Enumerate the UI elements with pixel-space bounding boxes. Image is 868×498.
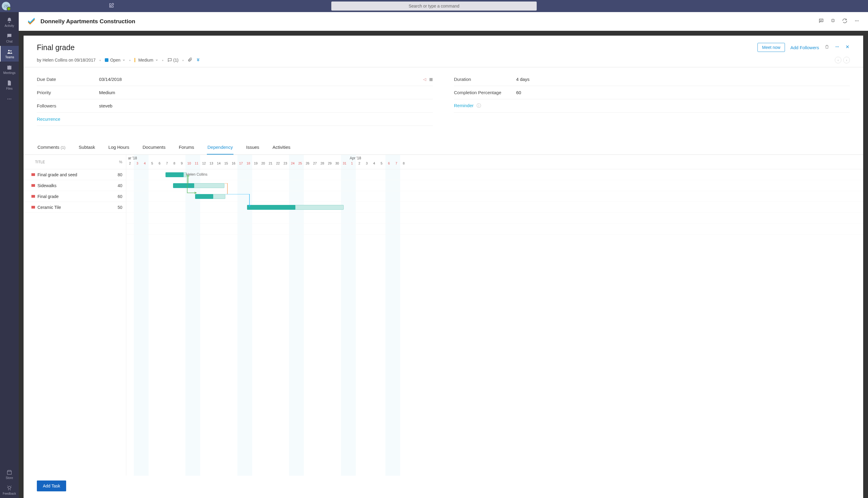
- svg-point-10: [858, 20, 859, 21]
- app-logo-icon: [27, 17, 36, 26]
- gantt-bar[interactable]: [247, 205, 295, 210]
- flag-icon: [31, 195, 35, 198]
- tab-documents[interactable]: Documents: [142, 140, 166, 155]
- more-options-icon[interactable]: [835, 44, 840, 50]
- task-tabs: Comments (1) Subtask Log Hours Documents…: [24, 140, 863, 155]
- close-icon[interactable]: [845, 44, 850, 50]
- rail-activity[interactable]: Activity: [0, 14, 19, 30]
- rail-label: Feedback: [3, 492, 16, 495]
- add-followers-link[interactable]: Add Followers: [790, 45, 819, 50]
- priority-value[interactable]: Medium: [97, 90, 433, 95]
- clear-date-icon[interactable]: ◁: [423, 77, 426, 81]
- app-header: Donnelly Apartments Construction: [19, 12, 868, 31]
- tab-issues[interactable]: Issues: [245, 140, 260, 155]
- rail-label: Teams: [5, 55, 14, 59]
- delete-icon[interactable]: [825, 44, 829, 50]
- duration-value[interactable]: 4 days: [514, 77, 850, 82]
- flag-icon: [31, 173, 35, 176]
- rail-meetings[interactable]: Meetings: [0, 62, 19, 77]
- svg-point-0: [8, 50, 10, 51]
- svg-rect-2: [7, 65, 11, 69]
- rail-label: Chat: [6, 40, 12, 43]
- priority-bar-icon: [135, 58, 135, 62]
- compose-icon[interactable]: [109, 3, 114, 9]
- user-avatar[interactable]: ZP: [2, 2, 10, 10]
- rail-label: Activity: [4, 24, 14, 27]
- svg-point-11: [836, 47, 836, 47]
- tab-forums[interactable]: Forums: [178, 140, 195, 155]
- due-date-value[interactable]: 03/14/2018: [97, 77, 423, 82]
- more-icon[interactable]: [854, 18, 859, 25]
- month-label: Apr '18: [350, 156, 361, 160]
- add-task-button[interactable]: Add Task: [37, 481, 66, 492]
- gantt-percent-header: %: [108, 160, 126, 164]
- rail-teams[interactable]: Teams: [0, 46, 19, 62]
- rail-chat[interactable]: Chat: [0, 30, 19, 46]
- priority-label: Priority: [37, 90, 97, 95]
- tab-dependency[interactable]: Dependency: [207, 140, 233, 155]
- recurrence-link[interactable]: Recurrence: [37, 117, 97, 122]
- refresh-icon[interactable]: [842, 18, 847, 25]
- gantt-bar[interactable]: Helen Collins: [166, 172, 183, 177]
- attachment-icon[interactable]: [188, 57, 192, 63]
- due-date-label: Due Date: [37, 77, 97, 82]
- status-color-icon: [105, 58, 108, 62]
- flag-icon: [31, 206, 35, 209]
- rail-feedback[interactable]: Feedback: [0, 482, 19, 498]
- help-icon: ⓘ: [476, 103, 481, 108]
- rail-more[interactable]: [0, 93, 19, 105]
- dependency-line-icon: [187, 175, 199, 196]
- collapse-icon[interactable]: [831, 18, 835, 25]
- tab-activities[interactable]: Activities: [272, 140, 291, 155]
- svg-point-1: [10, 50, 12, 51]
- task-byline: by Helen Collins on 09/18/2017: [37, 58, 96, 63]
- gantt-chart: TITLE % Final grade and seed 80 Sidewalk…: [24, 155, 863, 498]
- svg-point-5: [11, 99, 12, 100]
- svg-point-7: [8, 486, 11, 489]
- duration-label: Duration: [454, 77, 514, 82]
- title-bar: Search or type a command ZP: [0, 0, 868, 12]
- task-detail-modal: Final grade Meet now Add Followers by He…: [24, 36, 863, 498]
- completion-label: Completion Percentage: [454, 90, 514, 95]
- status-dropdown[interactable]: Open: [105, 58, 125, 63]
- priority-dropdown[interactable]: Medium: [135, 58, 158, 63]
- app-rail: Activity Chat Teams Meetings Files Store: [0, 12, 19, 498]
- dependency-line-icon: [225, 194, 253, 207]
- rail-label: Meetings: [3, 71, 16, 75]
- next-task-icon[interactable]: ›: [843, 57, 850, 63]
- rail-label: Files: [6, 87, 12, 90]
- task-fields: Due Date 03/14/2018 ◁ ▦ Priority Medium: [24, 67, 863, 131]
- gantt-task-row[interactable]: Ceramic Tile 50: [24, 202, 126, 213]
- completion-value[interactable]: 60: [514, 90, 850, 95]
- comments-count[interactable]: (1): [167, 58, 178, 63]
- meet-now-button[interactable]: Meet now: [757, 43, 785, 52]
- dependency-line-icon: [225, 183, 230, 195]
- gantt-task-row[interactable]: Final grade and seed 80: [24, 169, 126, 180]
- tab-subtask[interactable]: Subtask: [78, 140, 96, 155]
- reminder-link[interactable]: Reminder ⓘ: [454, 103, 514, 109]
- followers-value[interactable]: steveb: [97, 103, 433, 108]
- app-title: Donnelly Apartments Construction: [40, 18, 135, 25]
- prev-task-icon[interactable]: ‹: [835, 57, 841, 63]
- expand-chevron-icon[interactable]: [196, 58, 200, 63]
- rail-label: Store: [6, 476, 13, 480]
- tab-comments[interactable]: Comments (1): [37, 140, 66, 155]
- task-title: Final grade: [37, 43, 75, 52]
- chat-icon[interactable]: [818, 18, 824, 25]
- tab-log-hours[interactable]: Log Hours: [108, 140, 130, 155]
- month-label: ar '18: [128, 156, 137, 160]
- gantt-task-row[interactable]: Sidewalks 40: [24, 180, 126, 191]
- svg-rect-6: [7, 471, 11, 474]
- svg-point-9: [856, 20, 857, 21]
- search-input[interactable]: Search or type a command: [331, 1, 537, 11]
- svg-point-8: [855, 20, 856, 21]
- svg-point-3: [8, 99, 9, 100]
- rail-files[interactable]: Files: [0, 77, 19, 93]
- flag-icon: [31, 184, 35, 187]
- calendar-icon[interactable]: ▦: [429, 77, 433, 81]
- rail-store[interactable]: Store: [0, 467, 19, 482]
- svg-point-4: [9, 99, 10, 100]
- gantt-title-header: TITLE: [24, 160, 108, 164]
- followers-label: Followers: [37, 103, 97, 108]
- gantt-task-row[interactable]: Final grade 60: [24, 191, 126, 202]
